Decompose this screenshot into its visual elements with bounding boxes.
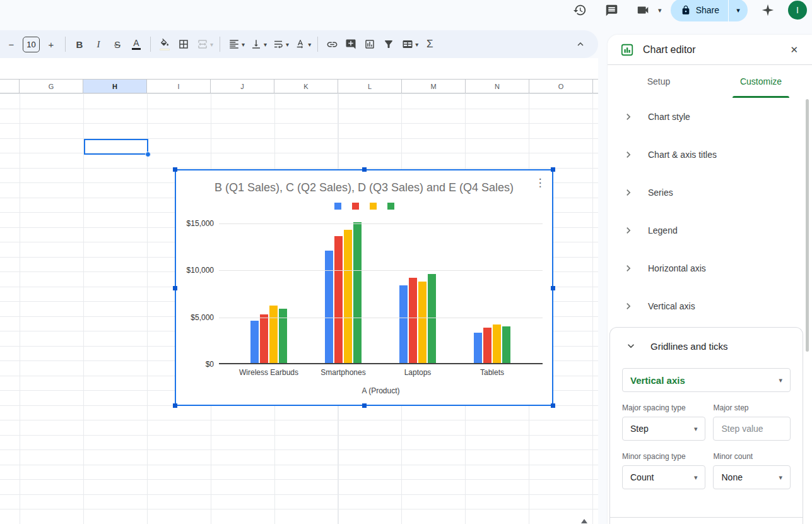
major-step-label: Major step xyxy=(713,403,791,412)
bar[interactable] xyxy=(269,306,278,363)
bar[interactable] xyxy=(325,251,333,363)
section-chart-style[interactable]: Chart style xyxy=(608,98,812,136)
chevron-down-icon: ▾ xyxy=(694,473,698,482)
font-size-input[interactable]: 10 xyxy=(23,37,40,52)
vertical-align-dropdown-icon[interactable]: ▾ xyxy=(264,41,267,48)
major-step-input[interactable] xyxy=(713,417,791,441)
chart-resize-handle[interactable] xyxy=(362,167,367,172)
bar[interactable] xyxy=(493,325,501,363)
horizontal-align-button[interactable] xyxy=(225,35,243,53)
bar[interactable] xyxy=(418,282,427,363)
italic-button[interactable]: I xyxy=(90,35,107,53)
meet-dropdown-icon[interactable]: ▾ xyxy=(658,6,662,15)
bar[interactable] xyxy=(474,333,482,363)
bar[interactable] xyxy=(334,236,343,363)
chevron-down-icon: ▾ xyxy=(779,376,782,384)
section-legend[interactable]: Legend xyxy=(608,211,812,249)
share-button[interactable]: Share ▾ xyxy=(671,0,748,21)
chevron-right-icon xyxy=(622,262,635,275)
text-color-button[interactable]: A xyxy=(127,35,145,53)
section-label: Horizontal axis xyxy=(648,263,706,273)
major-spacing-type-select[interactable]: Step ▾ xyxy=(622,417,705,441)
section-series[interactable]: Series xyxy=(608,174,812,211)
font-size-decrease-button[interactable]: − xyxy=(3,35,20,53)
bar[interactable] xyxy=(260,314,268,363)
insert-comment-button[interactable] xyxy=(342,35,360,53)
text-rotation-dropdown-icon[interactable]: ▾ xyxy=(308,41,311,48)
section-vertical-axis[interactable]: Vertical axis xyxy=(608,287,812,325)
column-header-H[interactable]: H xyxy=(83,80,147,93)
column-header-M[interactable]: M xyxy=(402,80,466,93)
gridline xyxy=(219,270,543,271)
bold-button[interactable]: B xyxy=(71,35,88,53)
chart-resize-handle[interactable] xyxy=(551,403,555,408)
create-filter-button[interactable] xyxy=(380,35,397,53)
spreadsheet-grid[interactable]: ⋮ B (Q1 Sales), C (Q2 Sales), D (Q3 Sale… xyxy=(0,93,598,524)
vertical-align-button[interactable] xyxy=(247,35,265,53)
column-header-G[interactable]: G xyxy=(20,80,83,93)
strikethrough-button[interactable]: S xyxy=(109,35,126,53)
comments-icon[interactable] xyxy=(600,0,623,21)
chart-resize-handle[interactable] xyxy=(551,167,555,172)
column-header-N[interactable]: N xyxy=(466,80,529,93)
bar[interactable] xyxy=(353,222,362,363)
selected-cell[interactable] xyxy=(84,139,148,155)
app-topbar: ▾ Share ▾ I xyxy=(0,0,812,30)
insert-link-button[interactable] xyxy=(323,35,341,53)
insert-chart-button[interactable] xyxy=(361,35,379,53)
bar[interactable] xyxy=(250,321,259,363)
avatar[interactable]: I xyxy=(788,1,807,20)
minor-count-label: Minor count xyxy=(713,452,791,461)
chart-resize-handle[interactable] xyxy=(173,403,177,408)
table-views-button[interactable] xyxy=(399,35,416,53)
bar[interactable] xyxy=(502,326,510,363)
axis-select[interactable]: Vertical axis ▾ xyxy=(622,368,791,392)
chart-card[interactable]: ⋮ B (Q1 Sales), C (Q2 Sales), D (Q3 Sale… xyxy=(175,169,553,406)
chart-resize-handle[interactable] xyxy=(551,286,555,290)
borders-button[interactable] xyxy=(175,35,192,53)
gridlines-and-ticks-header[interactable]: Gridlines and ticks xyxy=(622,328,791,364)
column-header-K[interactable]: K xyxy=(274,80,338,93)
chart-resize-handle[interactable] xyxy=(173,286,177,290)
font-size-increase-button[interactable]: + xyxy=(42,35,60,53)
horizontal-align-dropdown-icon[interactable]: ▾ xyxy=(242,41,245,48)
fill-handle[interactable] xyxy=(145,152,151,157)
bar[interactable] xyxy=(483,328,491,363)
chart-title: B (Q1 Sales), C (Q2 Sales), D (Q3 Sales)… xyxy=(176,181,552,194)
bar[interactable] xyxy=(344,230,352,363)
text-wrapping-dropdown-icon[interactable]: ▾ xyxy=(286,41,289,48)
close-icon[interactable]: ✕ xyxy=(787,42,801,58)
minor-spacing-type-select[interactable]: Count ▾ xyxy=(622,465,705,489)
tab-customize[interactable]: Customize xyxy=(710,65,812,98)
fill-color-button[interactable] xyxy=(156,35,174,53)
panel-scrollbar-thumb[interactable] xyxy=(806,99,809,352)
tab-setup[interactable]: Setup xyxy=(608,65,710,98)
text-wrapping-button[interactable] xyxy=(269,35,287,53)
merge-cells-button[interactable] xyxy=(194,35,211,53)
chart-resize-handle[interactable] xyxy=(362,403,367,408)
bar[interactable] xyxy=(399,285,408,363)
column-header-J[interactable]: J xyxy=(211,80,274,93)
section-chart-axis-titles[interactable]: Chart & axis titles xyxy=(608,136,812,174)
gemini-sparkle-icon[interactable] xyxy=(756,0,779,21)
column-header-L[interactable]: L xyxy=(338,80,402,93)
chart-resize-handle[interactable] xyxy=(173,167,177,172)
column-header-edge[interactable] xyxy=(0,80,20,93)
section-label: Chart style xyxy=(648,112,690,122)
merge-dropdown-icon[interactable]: ▾ xyxy=(210,41,213,48)
text-rotation-button[interactable] xyxy=(291,35,309,53)
bar[interactable] xyxy=(428,274,436,363)
column-header-I[interactable]: I xyxy=(147,80,211,93)
minor-count-select[interactable]: None ▾ xyxy=(713,465,791,489)
functions-button[interactable]: Σ xyxy=(421,35,438,53)
hide-toolbar-button[interactable] xyxy=(572,35,589,53)
share-dropdown-icon[interactable]: ▾ xyxy=(729,0,748,21)
version-history-icon[interactable] xyxy=(568,0,591,21)
meet-camera-icon[interactable] xyxy=(632,0,654,21)
scroll-up-arrow-icon[interactable] xyxy=(581,519,587,523)
bar[interactable] xyxy=(409,278,417,363)
section-horizontal-axis[interactable]: Horizontal axis xyxy=(608,249,812,287)
column-header-O[interactable]: O xyxy=(529,80,593,93)
table-views-dropdown-icon[interactable]: ▾ xyxy=(415,41,418,48)
share-main[interactable]: Share xyxy=(671,0,728,21)
